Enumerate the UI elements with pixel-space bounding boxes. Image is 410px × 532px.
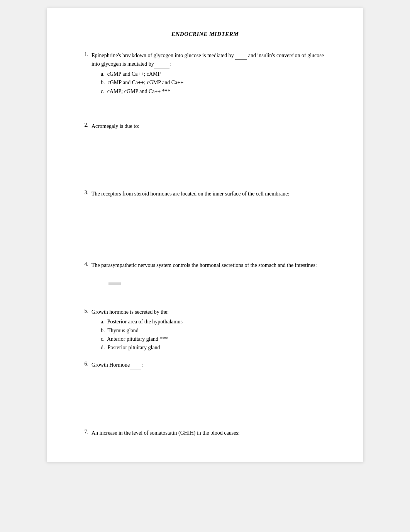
- answer-1a: a. cGMP and Ca++; cAMP: [101, 70, 332, 78]
- answer-1c: c. cAMP; cGMP and Ca++ ***: [101, 87, 332, 96]
- question-number-4: 4.: [78, 261, 91, 267]
- question-7: 7. An increase in the level of somatosta…: [78, 429, 332, 437]
- question-6: 6. Growth Hormone :: [78, 361, 332, 369]
- gap-after-q1: [78, 99, 332, 122]
- document-page: ENDOCRINE MIDTERM 1. Epinephrine's break…: [47, 8, 363, 462]
- page-title: ENDOCRINE MIDTERM: [78, 31, 332, 37]
- question-text-3: The receptors from steroid hormones are …: [91, 190, 332, 198]
- question-2: 2. Acromegaly is due to:: [78, 122, 332, 130]
- scratch-mark: [108, 282, 121, 285]
- question-1: 1. Epinephrine's breakdown of glycogen i…: [78, 51, 332, 96]
- answer-5c: c. Anterior pituitary gland ***: [101, 335, 332, 343]
- question-text-6: Growth Hormone :: [91, 361, 332, 369]
- question-text-1: Epinephrine's breakdown of glycogen into…: [91, 51, 332, 68]
- question-number-7: 7.: [78, 429, 91, 435]
- question-3: 3. The receptors from steroid hormones a…: [78, 190, 332, 198]
- answer-5d: d. Posterior pituitary gland: [101, 343, 332, 352]
- question-number-1: 1.: [78, 51, 91, 58]
- gap-after-q3: [78, 199, 332, 261]
- question-number-6: 6.: [78, 361, 91, 367]
- question-5: 5. Growth hormone is secreted by the: a.…: [78, 308, 332, 352]
- question-number-5: 5.: [78, 308, 91, 314]
- question-number-3: 3.: [78, 190, 91, 196]
- question-text-2: Acromegaly is due to:: [91, 122, 332, 130]
- answer-1b: b. cGMP and Ca++; cGMP and Ca++: [101, 78, 332, 87]
- answers-list-1: a. cGMP and Ca++; cAMP b. cGMP and Ca++;…: [78, 70, 332, 96]
- answer-5a: a. Posterior area of the hypothalamus: [101, 318, 332, 326]
- gap-after-q2: [78, 132, 332, 190]
- question-text-4: The parasympathetic nervous system contr…: [91, 261, 332, 269]
- question-number-2: 2.: [78, 122, 91, 128]
- question-4: 4. The parasympathetic nervous system co…: [78, 261, 332, 269]
- question-text-7: An increase in the level of somatostatin…: [91, 429, 332, 437]
- question-text-5: Growth hormone is secreted by the:: [91, 308, 332, 316]
- answers-list-5: a. Posterior area of the hypothalamus b.…: [78, 318, 332, 352]
- answer-5b: b. Thymus gland: [101, 326, 332, 335]
